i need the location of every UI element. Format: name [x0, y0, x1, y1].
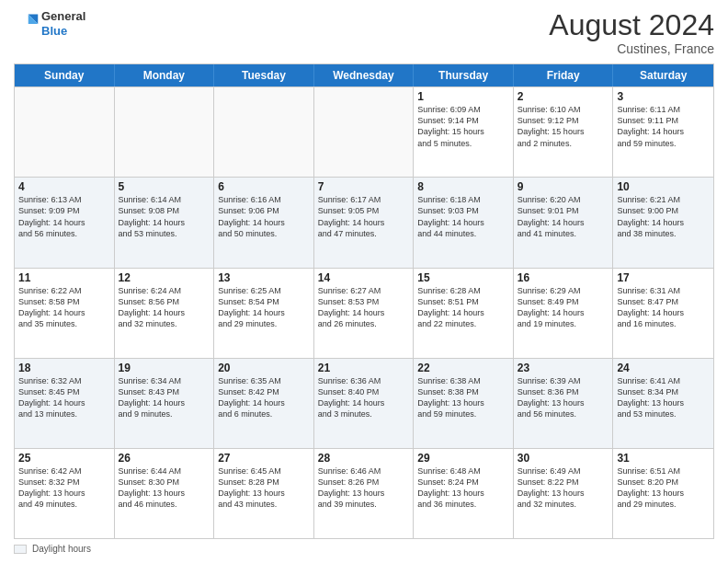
day-number: 6	[218, 180, 310, 193]
calendar-header-cell: Sunday	[15, 64, 115, 86]
calendar-cell: 20Sunrise: 6:35 AM Sunset: 8:42 PM Dayli…	[214, 359, 314, 448]
cell-text: Sunrise: 6:13 AM Sunset: 9:09 PM Dayligh…	[18, 194, 110, 239]
cell-text: Sunrise: 6:20 AM Sunset: 9:01 PM Dayligh…	[518, 194, 609, 239]
day-number: 15	[417, 271, 509, 284]
cell-text: Sunrise: 6:18 AM Sunset: 9:03 PM Dayligh…	[417, 194, 509, 239]
day-number: 30	[518, 452, 609, 465]
calendar-cell: 17Sunrise: 6:31 AM Sunset: 8:47 PM Dayli…	[613, 269, 713, 358]
page: General Blue August 2024 Custines, Franc…	[0, 0, 728, 563]
cell-text: Sunrise: 6:25 AM Sunset: 8:54 PM Dayligh…	[218, 285, 310, 330]
calendar-header-cell: Friday	[514, 64, 614, 86]
calendar-row: 1Sunrise: 6:09 AM Sunset: 9:14 PM Daylig…	[15, 86, 713, 177]
calendar-cell: 18Sunrise: 6:32 AM Sunset: 8:45 PM Dayli…	[15, 359, 115, 448]
calendar-cell: 13Sunrise: 6:25 AM Sunset: 8:54 PM Dayli…	[214, 269, 314, 358]
calendar-cell: 16Sunrise: 6:29 AM Sunset: 8:49 PM Dayli…	[514, 269, 614, 358]
calendar-cell: 12Sunrise: 6:24 AM Sunset: 8:56 PM Dayli…	[115, 269, 215, 358]
calendar-cell: 25Sunrise: 6:42 AM Sunset: 8:32 PM Dayli…	[15, 449, 115, 538]
calendar-header-cell: Wednesday	[314, 64, 415, 86]
header: General Blue August 2024 Custines, Franc…	[14, 9, 714, 56]
logo-general: General	[41, 9, 85, 24]
day-number: 9	[518, 180, 609, 193]
calendar-cell: 7Sunrise: 6:17 AM Sunset: 9:05 PM Daylig…	[314, 178, 415, 267]
day-number: 23	[518, 362, 609, 374]
day-number: 27	[218, 452, 310, 465]
day-number: 5	[119, 180, 210, 193]
cell-text: Sunrise: 6:34 AM Sunset: 8:43 PM Dayligh…	[119, 375, 210, 420]
day-number: 8	[417, 180, 509, 193]
calendar-cell: 19Sunrise: 6:34 AM Sunset: 8:43 PM Dayli…	[115, 359, 215, 448]
cell-text: Sunrise: 6:51 AM Sunset: 8:20 PM Dayligh…	[617, 465, 710, 511]
day-number: 17	[617, 271, 710, 284]
day-number: 16	[518, 271, 609, 284]
day-number: 11	[18, 271, 110, 284]
calendar-header-cell: Saturday	[613, 64, 713, 86]
calendar-cell	[314, 87, 415, 177]
calendar-cell: 27Sunrise: 6:45 AM Sunset: 8:28 PM Dayli…	[214, 449, 314, 538]
legend: Daylight hours	[14, 544, 714, 554]
calendar-cell: 11Sunrise: 6:22 AM Sunset: 8:58 PM Dayli…	[15, 269, 115, 358]
cell-text: Sunrise: 6:31 AM Sunset: 8:47 PM Dayligh…	[617, 285, 710, 330]
cell-text: Sunrise: 6:46 AM Sunset: 8:26 PM Dayligh…	[318, 465, 410, 511]
legend-label: Daylight hours	[32, 544, 91, 554]
calendar-cell: 15Sunrise: 6:28 AM Sunset: 8:51 PM Dayli…	[414, 269, 514, 358]
cell-text: Sunrise: 6:24 AM Sunset: 8:56 PM Dayligh…	[119, 285, 210, 330]
day-number: 28	[318, 452, 410, 465]
day-number: 22	[417, 362, 509, 374]
logo-text: General Blue	[41, 9, 85, 38]
calendar-cell: 5Sunrise: 6:14 AM Sunset: 9:08 PM Daylig…	[115, 178, 215, 267]
calendar-row: 4Sunrise: 6:13 AM Sunset: 9:09 PM Daylig…	[15, 177, 713, 267]
cell-text: Sunrise: 6:32 AM Sunset: 8:45 PM Dayligh…	[18, 375, 110, 420]
calendar-row: 18Sunrise: 6:32 AM Sunset: 8:45 PM Dayli…	[15, 358, 713, 448]
cell-text: Sunrise: 6:41 AM Sunset: 8:34 PM Dayligh…	[617, 375, 710, 420]
cell-text: Sunrise: 6:48 AM Sunset: 8:24 PM Dayligh…	[417, 465, 509, 511]
cell-text: Sunrise: 6:10 AM Sunset: 9:12 PM Dayligh…	[518, 104, 609, 149]
day-number: 1	[417, 90, 509, 103]
cell-text: Sunrise: 6:16 AM Sunset: 9:06 PM Dayligh…	[218, 194, 310, 239]
cell-text: Sunrise: 6:44 AM Sunset: 8:30 PM Dayligh…	[119, 465, 210, 511]
calendar-cell: 22Sunrise: 6:38 AM Sunset: 8:38 PM Dayli…	[414, 359, 514, 448]
calendar-cell: 29Sunrise: 6:48 AM Sunset: 8:24 PM Dayli…	[414, 449, 514, 538]
title-block: August 2024 Custines, France	[549, 9, 714, 56]
calendar-cell: 28Sunrise: 6:46 AM Sunset: 8:26 PM Dayli…	[314, 449, 415, 538]
day-number: 19	[119, 362, 210, 374]
logo-icon	[14, 11, 40, 37]
cell-text: Sunrise: 6:11 AM Sunset: 9:11 PM Dayligh…	[617, 104, 710, 149]
calendar-cell: 10Sunrise: 6:21 AM Sunset: 9:00 PM Dayli…	[613, 178, 713, 267]
month-title: August 2024	[549, 9, 714, 41]
calendar-header-cell: Monday	[115, 64, 215, 86]
logo-blue: Blue	[41, 24, 85, 39]
cell-text: Sunrise: 6:22 AM Sunset: 8:58 PM Dayligh…	[18, 285, 110, 330]
day-number: 14	[318, 271, 410, 284]
cell-text: Sunrise: 6:49 AM Sunset: 8:22 PM Dayligh…	[518, 465, 609, 511]
day-number: 24	[617, 362, 710, 374]
cell-text: Sunrise: 6:45 AM Sunset: 8:28 PM Dayligh…	[218, 465, 310, 511]
day-number: 4	[18, 180, 110, 193]
day-number: 29	[417, 452, 509, 465]
day-number: 21	[318, 362, 410, 374]
calendar-cell: 30Sunrise: 6:49 AM Sunset: 8:22 PM Dayli…	[514, 449, 614, 538]
legend-box	[14, 545, 27, 554]
cell-text: Sunrise: 6:27 AM Sunset: 8:53 PM Dayligh…	[318, 285, 410, 330]
day-number: 7	[318, 180, 410, 193]
calendar-body: 1Sunrise: 6:09 AM Sunset: 9:14 PM Daylig…	[15, 86, 713, 538]
calendar-cell: 24Sunrise: 6:41 AM Sunset: 8:34 PM Dayli…	[613, 359, 713, 448]
day-number: 18	[18, 362, 110, 374]
calendar-cell: 31Sunrise: 6:51 AM Sunset: 8:20 PM Dayli…	[613, 449, 713, 538]
location-subtitle: Custines, France	[549, 41, 714, 56]
cell-text: Sunrise: 6:28 AM Sunset: 8:51 PM Dayligh…	[417, 285, 509, 330]
day-number: 25	[18, 452, 110, 465]
calendar-header-row: SundayMondayTuesdayWednesdayThursdayFrid…	[15, 64, 713, 86]
calendar-cell: 3Sunrise: 6:11 AM Sunset: 9:11 PM Daylig…	[613, 87, 713, 177]
cell-text: Sunrise: 6:17 AM Sunset: 9:05 PM Dayligh…	[318, 194, 410, 239]
calendar-cell: 2Sunrise: 6:10 AM Sunset: 9:12 PM Daylig…	[514, 87, 614, 177]
cell-text: Sunrise: 6:14 AM Sunset: 9:08 PM Dayligh…	[119, 194, 210, 239]
calendar-cell	[214, 87, 314, 177]
logo: General Blue	[14, 9, 85, 38]
day-number: 10	[617, 180, 710, 193]
calendar-header-cell: Tuesday	[214, 64, 314, 86]
calendar-cell	[15, 87, 115, 177]
calendar-header-cell: Thursday	[414, 64, 514, 86]
calendar-cell: 9Sunrise: 6:20 AM Sunset: 9:01 PM Daylig…	[514, 178, 614, 267]
cell-text: Sunrise: 6:42 AM Sunset: 8:32 PM Dayligh…	[18, 465, 110, 511]
cell-text: Sunrise: 6:39 AM Sunset: 8:36 PM Dayligh…	[518, 375, 609, 420]
